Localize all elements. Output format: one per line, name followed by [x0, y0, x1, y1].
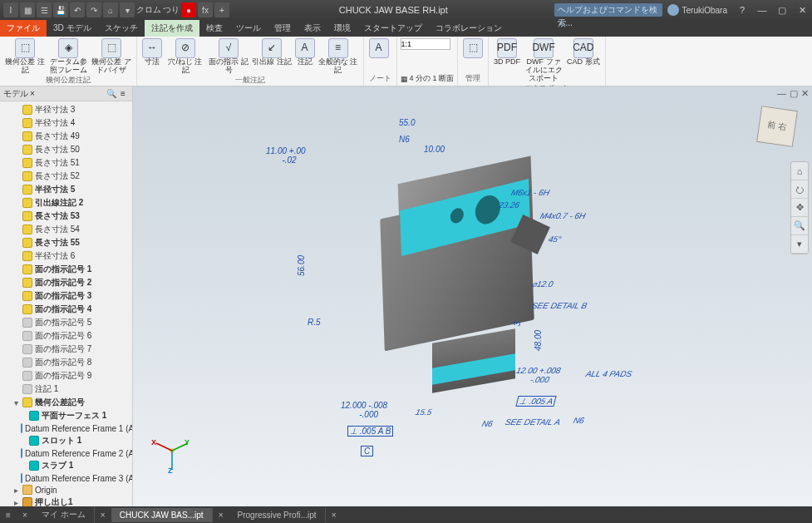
ribbon-btn[interactable]: √面の指示 記号 — [209, 38, 249, 75]
tol-005a[interactable]: ⊥ .005 A — [515, 396, 557, 407]
qat-more-icon[interactable]: ▾ — [120, 2, 135, 17]
qat-appearance[interactable]: つり — [163, 2, 180, 17]
dim-m4[interactable]: M4x0.7 - 6H — [539, 211, 587, 220]
tree-node[interactable]: スロット 1 — [0, 434, 132, 447]
ribbon-btn[interactable]: ◈データム参照フレーム — [48, 38, 88, 75]
manage-btn[interactable]: ⬚ — [463, 38, 483, 58]
tab-6[interactable]: 管理 — [268, 20, 298, 37]
user-menu[interactable]: TerukiObara — [667, 4, 727, 16]
tree-node[interactable]: 面の指示記号 4 — [0, 303, 132, 316]
tab-0[interactable]: ファイル — [0, 20, 47, 37]
dim-all4[interactable]: ALL 4 PADS — [585, 369, 633, 378]
tree-node[interactable]: 半径寸法 5 — [0, 183, 132, 196]
tree-node[interactable]: 面の指示記号 1 — [0, 263, 132, 276]
ribbon-btn[interactable]: ↔寸法 — [142, 38, 162, 67]
nav-more-icon[interactable]: ▾ — [791, 235, 808, 254]
tab-3[interactable]: 注記を作成 — [145, 20, 199, 37]
dim-12b[interactable]: 12.00 +.008 -.000 — [513, 366, 562, 384]
tab-9[interactable]: スタートアップ — [357, 20, 429, 37]
tree-node[interactable]: 面の指示記号 2 — [0, 276, 132, 289]
doc-close-icon[interactable]: ✕ — [801, 88, 809, 99]
qat-new-icon[interactable]: ▦ — [20, 2, 35, 17]
tree-node[interactable]: スラブ 1 — [0, 459, 132, 472]
nav-pan-icon[interactable]: ✥ — [791, 199, 808, 217]
tree-node[interactable]: Datum Reference Frame 1 (A) — [0, 422, 132, 434]
dim-m6[interactable]: M6x1 - 6H — [510, 188, 551, 197]
tree-node[interactable]: ▸押し出し1 — [0, 496, 132, 506]
doc-tab-close-icon[interactable]: × — [213, 511, 229, 520]
tree-node[interactable]: 半径寸法 6 — [0, 249, 132, 263]
tree-node[interactable]: 長さ寸法 51 — [0, 156, 132, 170]
section-label[interactable]: 4 分の 1 断面 — [410, 73, 455, 84]
dim-detail-b[interactable]: SEE DETAIL B — [531, 301, 588, 310]
tree-node[interactable]: 半径寸法 4 — [0, 116, 132, 130]
nav-orbit-icon[interactable]: ⭮ — [791, 180, 808, 199]
qat-redo-icon[interactable]: ↷ — [86, 2, 101, 17]
dim-n6c[interactable]: N6 — [573, 416, 586, 425]
help-icon[interactable]: ? — [732, 5, 752, 15]
qat[interactable]: I ▦ ☰ 💾 ↶ ↷ ⌂ ▾ クロム つり ● fx + — [0, 2, 233, 17]
tree-node[interactable]: 面の指示記号 6 — [0, 329, 132, 343]
browser-tree[interactable]: 半径寸法 3半径寸法 4長さ寸法 49長さ寸法 50長さ寸法 51長さ寸法 52… — [0, 101, 132, 506]
doc-tab[interactable]: CHUCK JAW BAS...ipt — [111, 508, 213, 522]
qat-color-icon[interactable]: ● — [181, 2, 196, 17]
tree-node[interactable]: ▾幾何公差記号 — [0, 396, 132, 409]
doc-min-icon[interactable]: — — [777, 88, 786, 99]
qat-open-icon[interactable]: ☰ — [37, 2, 52, 17]
tree-node[interactable]: 長さ寸法 55 — [0, 236, 132, 249]
browser-close-icon[interactable]: × — [30, 89, 35, 98]
tree-node[interactable]: 半径寸法 3 — [0, 103, 132, 116]
tab-7[interactable]: 表示 — [298, 20, 327, 37]
qat-undo-icon[interactable]: ↶ — [70, 2, 85, 17]
tree-node[interactable]: 引出線注記 2 — [0, 196, 132, 210]
ribbon-btn[interactable]: ⬚幾何公差 注記 — [5, 38, 45, 75]
tree-node[interactable]: 平面サーフェス 1 — [0, 409, 132, 422]
dim-55[interactable]: 55.0 — [399, 118, 415, 127]
tree-node[interactable]: 長さ寸法 54 — [0, 223, 132, 236]
ribbon-btn[interactable]: ≡全般的な 注記 — [318, 38, 358, 75]
ribbon-btn[interactable]: ↙引出線 注記 — [252, 38, 292, 67]
dim-56[interactable]: 56.00 — [297, 255, 306, 276]
menu-icon[interactable]: ≡ — [117, 89, 129, 98]
dim-r5[interactable]: R.5 — [308, 318, 321, 327]
qat-material[interactable]: クロム — [136, 2, 161, 17]
viewport[interactable]: — ▢ ✕ 前 右 ⌂ ⭮ ✥ 🔍 ▾ 55.0 N6 10.00 11.00 … — [133, 86, 812, 506]
datum-c[interactable]: C — [361, 446, 373, 456]
tree-node[interactable]: 長さ寸法 50 — [0, 143, 132, 156]
dim-48[interactable]: 48.00 — [534, 330, 543, 351]
tab-4[interactable]: 検査 — [199, 20, 229, 37]
app-icon[interactable]: I — [3, 2, 18, 17]
navbar[interactable]: ⌂ ⭮ ✥ 🔍 ▾ — [790, 161, 809, 254]
search-icon[interactable]: 🔍 — [106, 89, 117, 98]
ribbon-btn[interactable]: PDF3D PDF — [494, 38, 520, 67]
nav-zoom-icon[interactable]: 🔍 — [791, 217, 808, 235]
ribbon-btn[interactable]: DWFDWF ファイルにエクスポート — [524, 38, 563, 83]
help-search[interactable]: ヘルプおよびコマンドを検索... — [554, 3, 662, 17]
tab-10[interactable]: コラボレーション — [429, 20, 509, 37]
tree-node[interactable]: 面の指示記号 5 — [0, 316, 132, 329]
tree-node[interactable]: 面の指示記号 9 — [0, 369, 132, 382]
doc-max-icon[interactable]: ▢ — [790, 88, 798, 99]
doc-tab[interactable]: Progressive Profi...ipt — [229, 508, 326, 522]
doc-tab[interactable]: マイ ホーム — [33, 506, 95, 523]
tol-005ab[interactable]: ⊥ .005 A B — [347, 426, 393, 437]
tree-node[interactable]: Datum Reference Frame 3 (A|B|C) — [0, 472, 132, 484]
tree-node[interactable]: ▸Origin — [0, 484, 132, 496]
doctab-close-icon[interactable]: × — [17, 511, 33, 520]
tree-node[interactable]: Datum Reference Frame 2 (A|B) — [0, 447, 132, 459]
tree-node[interactable]: 長さ寸法 53 — [0, 210, 132, 223]
doctab-list-icon[interactable]: ≡ — [0, 511, 17, 520]
tree-node[interactable]: 面の指示記号 8 — [0, 356, 132, 369]
tab-8[interactable]: 環境 — [327, 20, 357, 37]
ribbon-btn[interactable]: ⊘穴/ねじ 注記 — [165, 38, 205, 75]
tree-node[interactable]: 面の指示記号 3 — [0, 289, 132, 303]
scale-input[interactable] — [401, 38, 450, 50]
tab-5[interactable]: ツール — [229, 20, 268, 37]
tree-node[interactable]: 面の指示記号 7 — [0, 343, 132, 356]
qat-home-icon[interactable]: ⌂ — [103, 2, 118, 17]
max-icon[interactable]: ▢ — [772, 5, 792, 16]
viewcube[interactable]: 前 右 — [756, 106, 798, 147]
dim-2326[interactable]: 23.26 — [498, 200, 521, 210]
dim-3[interactable]: 3 — [513, 322, 522, 327]
tab-1[interactable]: 3D モデル — [47, 20, 98, 37]
